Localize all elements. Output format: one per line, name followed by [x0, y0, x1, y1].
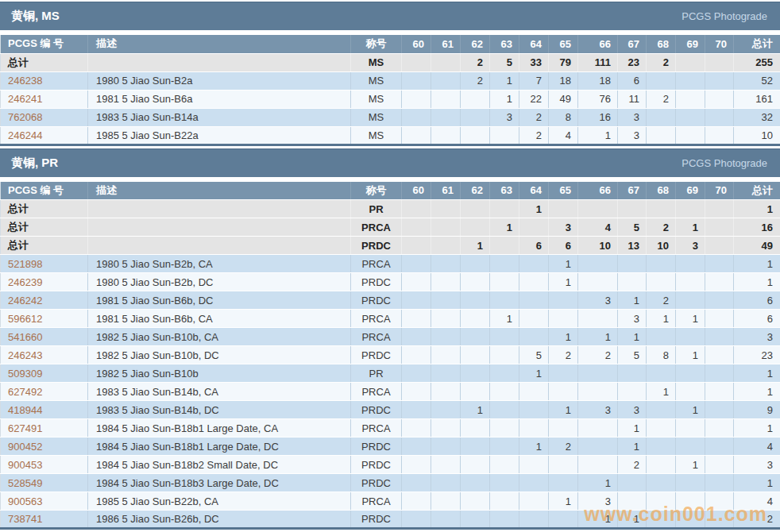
description-cell: 1981 5 Jiao Sun-B6b, CA [88, 310, 351, 328]
grade-count-cell-62 [461, 511, 490, 529]
grade-count-cell-61 [431, 456, 461, 474]
grade-count-cell-68 [647, 474, 676, 492]
pcgs-number-link[interactable]: 246244 [1, 126, 88, 145]
table-row: 7387411986 5 Jiao Sun-B26b, DCPRDC112 [1, 511, 780, 529]
col-header-total: 总计 [734, 182, 780, 200]
col-header-grade-60: 60 [402, 35, 431, 53]
grade-count-cell-63: 1 [490, 310, 519, 328]
pcgs-number-link[interactable]: 900452 [1, 438, 88, 456]
grade-count-cell-65 [549, 310, 578, 328]
grade-count-cell-63 [490, 401, 519, 419]
totals-row-label: 总计 [1, 237, 88, 255]
grade-count-cell-67: 3 [618, 126, 647, 145]
grade-count-cell-62 [461, 492, 490, 511]
col-header-grade-65: 65 [549, 182, 578, 200]
grade-count-cell-66 [578, 364, 618, 383]
table-row: 5416601982 5 Jiao Sun-B10b, CAPRCA1113 [1, 328, 780, 346]
pcgs-number-link[interactable]: 521898 [1, 255, 88, 273]
description-cell: 1983 5 Jiao Sun-B14b, DC [88, 401, 351, 419]
pcgs-number-link[interactable]: 627491 [1, 419, 88, 438]
grade-count-cell-69 [676, 328, 705, 346]
grade-count-cell-69 [676, 108, 705, 126]
pcgs-number-link[interactable]: 596612 [1, 310, 88, 328]
photograde-link[interactable]: PCGS Photograde [682, 10, 767, 22]
total-count-cell: 6 [734, 310, 780, 328]
grade-count-cell-69 [676, 492, 705, 511]
grade-count-cell-63: 1 [490, 218, 519, 237]
description-cell [88, 200, 351, 218]
pcgs-number-link[interactable]: 541660 [1, 328, 88, 346]
pcgs-number-link[interactable]: 246243 [1, 346, 88, 364]
grade-count-cell-67: 6 [618, 71, 647, 90]
grade-count-cell-67 [618, 255, 647, 273]
grade-count-cell-67: 5 [618, 218, 647, 237]
designation-cell: PRDC [351, 273, 402, 291]
pcgs-number-link[interactable]: 627492 [1, 383, 88, 401]
grade-count-cell-70 [705, 90, 734, 108]
grade-count-cell-63 [490, 438, 519, 456]
grade-count-cell-70 [705, 237, 734, 255]
grade-count-cell-63 [490, 291, 519, 310]
table-row: 5285491984 5 Jiao Sun-B18b3 Large Date, … [1, 474, 780, 492]
designation-cell: PRDC [351, 511, 402, 529]
pcgs-number-link[interactable]: 418944 [1, 401, 88, 419]
grade-count-cell-69: 1 [676, 346, 705, 364]
grade-count-cell-61 [431, 273, 461, 291]
grade-count-cell-64: 2 [519, 126, 549, 145]
grade-count-cell-64 [519, 291, 549, 310]
description-cell [88, 237, 351, 255]
pcgs-number-link[interactable]: 246239 [1, 273, 88, 291]
pcgs-number-link[interactable]: 900453 [1, 456, 88, 474]
pcgs-number-link[interactable]: 900563 [1, 492, 88, 511]
photograde-link[interactable]: PCGS Photograde [682, 157, 767, 169]
grade-count-cell-64: 1 [519, 200, 549, 218]
grade-count-cell-70 [705, 108, 734, 126]
col-header-designation: 称号 [351, 35, 402, 53]
section-title: 黄铜, MS [11, 9, 60, 24]
pcgs-number-link[interactable]: 762068 [1, 108, 88, 126]
grade-count-cell-65 [549, 291, 578, 310]
grade-count-cell-70 [705, 255, 734, 273]
grade-count-cell-66 [578, 438, 618, 456]
grade-count-cell-64: 2 [519, 108, 549, 126]
designation-cell: PRCA [351, 492, 402, 511]
grade-count-cell-62 [461, 474, 490, 492]
col-header-grade-62: 62 [461, 35, 490, 53]
total-count-cell: 6 [734, 291, 780, 310]
description-cell: 1985 5 Jiao Sun-B22a [88, 126, 351, 145]
grade-count-cell-60 [402, 255, 431, 273]
grade-count-cell-62 [461, 255, 490, 273]
population-table: PCGS 编 号描述称号6061626364656667686970总计总计PR… [0, 182, 780, 530]
grade-count-cell-65 [549, 364, 578, 383]
grade-count-cell-69 [676, 511, 705, 529]
grade-count-cell-68: 2 [647, 218, 676, 237]
pcgs-number-link[interactable]: 246238 [1, 71, 88, 90]
grade-count-cell-62 [461, 419, 490, 438]
grade-count-cell-60 [402, 291, 431, 310]
col-header-grade-68: 68 [647, 35, 676, 53]
grade-count-cell-67 [618, 383, 647, 401]
pcgs-number-link[interactable]: 509309 [1, 364, 88, 383]
grade-count-cell-61 [431, 419, 461, 438]
grade-count-cell-66: 76 [578, 90, 618, 108]
grade-count-cell-67: 1 [618, 511, 647, 529]
grade-count-cell-66: 111 [578, 53, 618, 71]
pcgs-number-link[interactable]: 246242 [1, 291, 88, 310]
description-cell: 1980 5 Jiao Sun-B2b, CA [88, 255, 351, 273]
pcgs-number-link[interactable]: 246241 [1, 90, 88, 108]
table-row: 6274921983 5 Jiao Sun-B14b, CAPRCA11 [1, 383, 780, 401]
totals-row: 总计MS253379111232255 [1, 53, 780, 71]
grade-count-cell-65: 2 [549, 438, 578, 456]
grade-count-cell-66 [578, 255, 618, 273]
pcgs-number-link[interactable]: 738741 [1, 511, 88, 529]
pcgs-number-link[interactable]: 528549 [1, 474, 88, 492]
grade-count-cell-67 [618, 273, 647, 291]
description-cell: 1984 5 Jiao Sun-B18b1 Large Date, CA [88, 419, 351, 438]
grade-count-cell-66: 4 [578, 218, 618, 237]
grade-count-cell-66: 1 [578, 126, 618, 145]
grade-count-cell-69 [676, 364, 705, 383]
grade-count-cell-64 [519, 511, 549, 529]
col-header-grade-65: 65 [549, 35, 578, 53]
grade-count-cell-69 [676, 291, 705, 310]
grade-count-cell-64 [519, 383, 549, 401]
